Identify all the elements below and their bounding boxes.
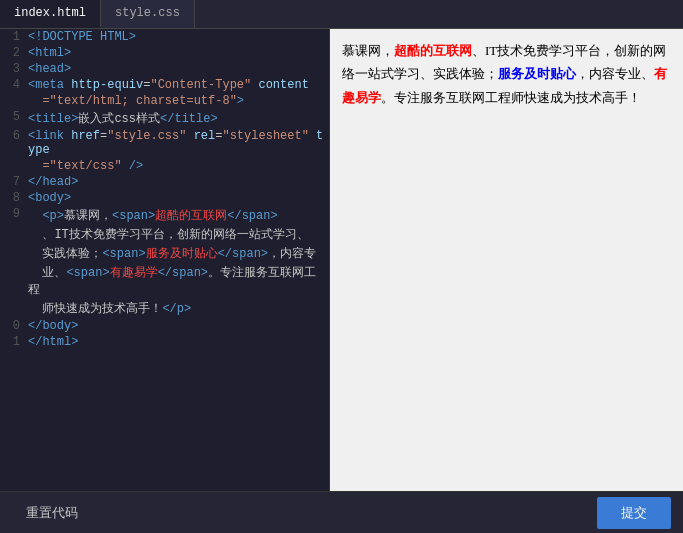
line-number: 4 [0,77,24,93]
tab-bar: index.html style.css [0,0,683,29]
table-row: 1<!DOCTYPE HTML> [0,29,329,45]
line-number: 1 [0,29,24,45]
line-content: <html> [24,45,329,61]
table-row: 7</head> [0,174,329,190]
line-number: 8 [0,190,24,206]
tab-style-css[interactable]: style.css [101,0,195,28]
line-content: </body> [24,318,329,334]
line-number [0,299,24,318]
line-content: 业、<span>有趣易学</span>。专注服务互联网工程 [24,263,329,299]
line-content: 实践体验；<span>服务及时贴心</span>，内容专 [24,244,329,263]
line-content: <!DOCTYPE HTML> [24,29,329,45]
line-content: ="text/css" /> [24,158,329,174]
line-number [0,225,24,244]
line-number: 2 [0,45,24,61]
line-content: <title>嵌入式css样式</title> [24,109,329,128]
code-lines: 1<!DOCTYPE HTML>2<html>3<head>4<meta htt… [0,29,329,350]
reset-button[interactable]: 重置代码 [12,497,92,529]
table-row: 5<title>嵌入式css样式</title> [0,109,329,128]
main-area: 1<!DOCTYPE HTML>2<html>3<head>4<meta htt… [0,29,683,491]
line-content: </html> [24,334,329,350]
preview-pane: 慕课网，超酷的互联网、IT技术免费学习平台，创新的网络一站式学习、实践体验；服务… [330,29,683,491]
line-content: <meta http-equiv="Content-Type" content [24,77,329,93]
table-row: 6<link href="style.css" rel="stylesheet"… [0,128,329,158]
table-row: 2<html> [0,45,329,61]
bottom-bar: 重置代码 提交 [0,491,683,533]
line-content: 师快速成为技术高手！</p> [24,299,329,318]
line-number [0,158,24,174]
submit-button[interactable]: 提交 [597,497,671,529]
code-editor[interactable]: 1<!DOCTYPE HTML>2<html>3<head>4<meta htt… [0,29,330,491]
table-row: 3<head> [0,61,329,77]
line-number [0,263,24,299]
line-number [0,93,24,109]
line-content: <head> [24,61,329,77]
table-row: ="text/css" /> [0,158,329,174]
line-content: <link href="style.css" rel="stylesheet" … [24,128,329,158]
table-row: 0</body> [0,318,329,334]
line-number: 7 [0,174,24,190]
line-number: 1 [0,334,24,350]
line-content: <body> [24,190,329,206]
line-number: 6 [0,128,24,158]
line-content: </head> [24,174,329,190]
table-row: 1</html> [0,334,329,350]
line-number: 5 [0,109,24,128]
table-row: 9 <p>慕课网，<span>超酷的互联网</span> [0,206,329,225]
line-number: 9 [0,206,24,225]
preview-text: 慕课网，超酷的互联网、IT技术免费学习平台，创新的网络一站式学习、实践体验；服务… [342,39,671,109]
line-content: <p>慕课网，<span>超酷的互联网</span> [24,206,329,225]
table-row: ="text/html; charset=utf-8"> [0,93,329,109]
table-row: 4<meta http-equiv="Content-Type" content [0,77,329,93]
span-highlight-2: 服务及时贴心 [498,66,576,81]
line-content: ="text/html; charset=utf-8"> [24,93,329,109]
span-highlight-1: 超酷的互联网 [394,43,472,58]
table-row: 实践体验；<span>服务及时贴心</span>，内容专 [0,244,329,263]
line-number: 3 [0,61,24,77]
table-row: 师快速成为技术高手！</p> [0,299,329,318]
line-number: 0 [0,318,24,334]
table-row: 8<body> [0,190,329,206]
table-row: 业、<span>有趣易学</span>。专注服务互联网工程 [0,263,329,299]
table-row: 、IT技术免费学习平台，创新的网络一站式学习、 [0,225,329,244]
line-content: 、IT技术免费学习平台，创新的网络一站式学习、 [24,225,329,244]
tab-index-html[interactable]: index.html [0,0,101,28]
line-number [0,244,24,263]
